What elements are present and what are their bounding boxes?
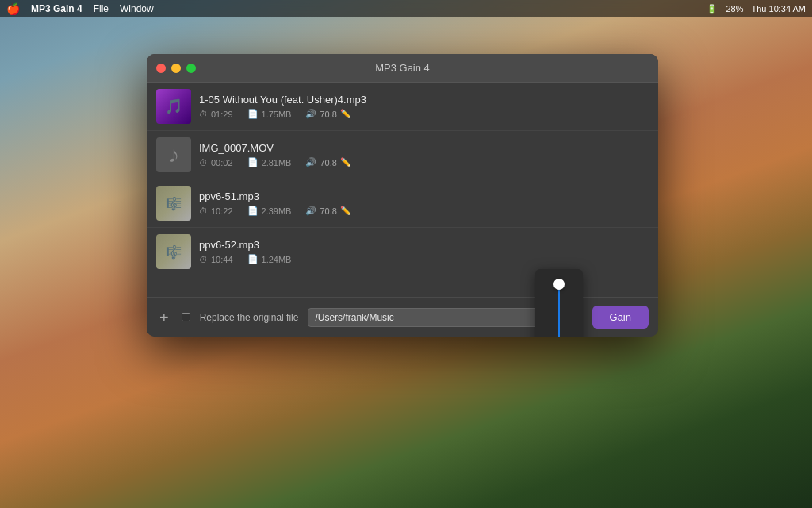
- volume-icon-2: 🔊: [305, 157, 316, 167]
- volume-slider-popup: Apply to all: [535, 269, 583, 337]
- size-1: 📄 1.75MB: [247, 109, 292, 119]
- replace-original-checkbox[interactable]: [182, 313, 190, 321]
- duration-4: ⏱ 10:44: [199, 255, 233, 264]
- menubar-window[interactable]: Window: [120, 3, 154, 14]
- output-path-input[interactable]: [308, 308, 538, 327]
- file-meta-3: ⏱ 10:22 📄 2.39MB 🔊 70.8 ✏️: [199, 206, 649, 216]
- window-minimize-button[interactable]: [171, 64, 181, 73]
- duration-2: ⏱ 00:02: [199, 158, 233, 167]
- gain-button[interactable]: Gain: [592, 306, 649, 329]
- slider-thumb[interactable]: [553, 279, 565, 290]
- window-content: 1-05 Without You (feat. Usher)4.mp3 ⏱ 01…: [147, 83, 658, 337]
- file-info-4: ppv6-52.mp3 ⏱ 10:44 📄 1.24MB: [199, 239, 649, 264]
- table-row[interactable]: ppv6-51.mp3 ⏱ 10:22 📄 2.39MB 🔊 70.8: [147, 179, 658, 228]
- file-name-3: ppv6-51.mp3: [199, 190, 649, 202]
- size-3: 📄 2.39MB: [247, 206, 292, 216]
- size-2: 📄 2.81MB: [247, 157, 292, 167]
- file-icon-1: 📄: [247, 109, 259, 119]
- replace-original-label: Replace the original file: [200, 312, 299, 323]
- menubar: 🍎 MP3 Gain 4 File Window 🔋 28% Thu 10:34…: [0, 0, 812, 17]
- file-icon-2: 📄: [247, 157, 259, 167]
- gain-section-3: 🔊 70.8 ✏️: [305, 206, 350, 216]
- clock-icon-1: ⏱: [199, 110, 208, 119]
- window-titlebar: MP3 Gain 4: [147, 54, 658, 83]
- add-file-button[interactable]: +: [156, 310, 172, 325]
- volume-icon-3: 🔊: [305, 206, 316, 216]
- gain-edit-2[interactable]: ✏️: [340, 157, 351, 167]
- menubar-app-name: MP3 Gain 4: [31, 3, 82, 14]
- file-name-1: 1-05 Without You (feat. Usher)4.mp3: [199, 94, 649, 106]
- album-art-3: [156, 186, 191, 221]
- file-info-3: ppv6-51.mp3 ⏱ 10:22 📄 2.39MB 🔊 70.8: [199, 190, 649, 216]
- window-maximize-button[interactable]: [186, 64, 196, 73]
- clock-icon-2: ⏱: [199, 158, 208, 167]
- file-name-4: ppv6-52.mp3: [199, 239, 649, 251]
- file-meta-1: ⏱ 01:29 📄 1.75MB 🔊 70.8 ✏️: [199, 109, 649, 119]
- table-row[interactable]: IMG_0007.MOV ⏱ 00:02 📄 2.81MB 🔊 70.8: [147, 131, 658, 179]
- album-art-2: [156, 137, 191, 172]
- gain-section-1: 🔊 70.8 ✏️: [305, 109, 350, 119]
- window-close-button[interactable]: [156, 64, 166, 73]
- file-meta-2: ⏱ 00:02 📄 2.81MB 🔊 70.8 ✏️: [199, 157, 649, 167]
- battery-icon: 🔋: [707, 4, 718, 14]
- clock: Thu 10:34 AM: [752, 4, 806, 13]
- table-row[interactable]: 1-05 Without You (feat. Usher)4.mp3 ⏱ 01…: [147, 83, 658, 131]
- menubar-left: 🍎 MP3 Gain 4 File Window: [6, 2, 154, 15]
- apple-menu[interactable]: 🍎: [6, 2, 20, 15]
- file-list: 1-05 Without You (feat. Usher)4.mp3 ⏱ 01…: [147, 83, 658, 275]
- file-icon-4: 📄: [247, 254, 259, 264]
- window-controls: [156, 64, 196, 73]
- clock-icon-4: ⏱: [199, 255, 208, 264]
- file-meta-4: ⏱ 10:44 📄 1.24MB: [199, 254, 649, 264]
- duration-3: ⏱ 10:22: [199, 206, 233, 216]
- table-row[interactable]: ppv6-52.mp3 ⏱ 10:44 📄 1.24MB: [147, 228, 658, 275]
- battery-percent: 28%: [726, 4, 743, 13]
- file-info-2: IMG_0007.MOV ⏱ 00:02 📄 2.81MB 🔊 70.8: [199, 142, 649, 167]
- slider-track[interactable]: [558, 279, 560, 337]
- gain-edit-3[interactable]: ✏️: [340, 206, 351, 216]
- duration-1: ⏱ 01:29: [199, 110, 233, 119]
- clock-icon-3: ⏱: [199, 206, 208, 216]
- size-4: 📄 1.24MB: [247, 254, 292, 264]
- album-art-1: [156, 89, 191, 124]
- gain-section-2: 🔊 70.8 ✏️: [305, 157, 350, 167]
- album-art-4: [156, 234, 191, 269]
- menubar-right: 🔋 28% Thu 10:34 AM: [707, 4, 806, 14]
- gain-edit-1[interactable]: ✏️: [340, 109, 351, 119]
- app-window: MP3 Gain 4 1-05 Without You (feat. Usher…: [147, 54, 658, 337]
- file-icon-3: 📄: [247, 206, 259, 216]
- file-name-2: IMG_0007.MOV: [199, 142, 649, 154]
- volume-icon-1: 🔊: [305, 109, 316, 119]
- file-info-1: 1-05 Without You (feat. Usher)4.mp3 ⏱ 01…: [199, 94, 649, 119]
- window-title: MP3 Gain 4: [375, 62, 430, 74]
- menubar-file[interactable]: File: [94, 3, 109, 14]
